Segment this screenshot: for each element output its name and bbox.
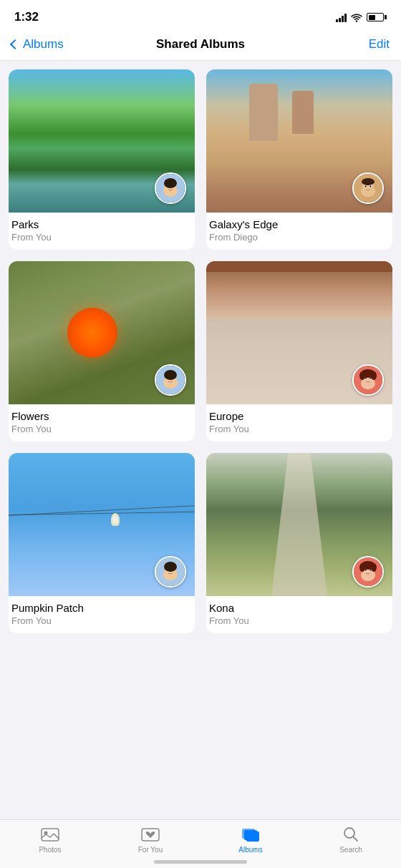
svg-point-7: [164, 178, 177, 188]
albums-icon: [241, 826, 261, 843]
svg-point-10: [361, 185, 375, 197]
album-name-flowers: Flowers: [11, 410, 192, 422]
status-bar: 1:32: [0, 0, 401, 31]
album-thumbnail-galaxy: [206, 69, 392, 213]
svg-point-41: [164, 562, 177, 572]
album-thumbnail-kona: [206, 453, 392, 596]
chevron-left-icon: [10, 39, 20, 49]
svg-point-33: [371, 371, 377, 380]
album-item-parks[interactable]: Parks From You: [9, 69, 195, 250]
album-info-parks: Parks From You: [9, 213, 195, 250]
album-thumbnail-pumpkin: [9, 453, 195, 596]
album-name-europe: Europe: [209, 410, 390, 422]
search-icon: [342, 826, 359, 843]
back-label: Albums: [23, 37, 64, 52]
album-item-flowers[interactable]: Flowers From You: [9, 261, 195, 442]
status-icons: [336, 12, 387, 22]
wifi-icon: [351, 13, 362, 22]
album-owner-parks: From You: [11, 232, 192, 243]
albums-grid: Parks From You: [9, 69, 392, 633]
album-owner-pumpkin: From You: [11, 615, 192, 626]
svg-point-50: [359, 563, 365, 572]
album-owner-galaxy: From Diego: [209, 232, 390, 243]
home-indicator: [154, 860, 247, 864]
album-name-parks: Parks: [11, 218, 192, 230]
album-item-europe[interactable]: Europe From You: [206, 261, 392, 442]
album-thumbnail-europe: [206, 261, 392, 404]
avatar-diego: [354, 174, 382, 203]
albums-container: Parks From You: [0, 61, 401, 633]
album-info-galaxy: Galaxy's Edge From Diego: [206, 213, 392, 250]
svg-line-59: [354, 837, 358, 842]
back-button[interactable]: Albums: [11, 37, 69, 52]
album-item-pumpkin[interactable]: Pumpkin Patch From You: [9, 453, 195, 633]
avatar-badge-flowers: [155, 364, 186, 396]
svg-point-14: [369, 185, 371, 187]
album-thumbnail-flowers: [9, 261, 195, 404]
svg-point-32: [359, 371, 365, 380]
avatar-badge-galaxy: [352, 172, 384, 204]
avatar-self-pumpkin: [156, 557, 185, 586]
avatar-self-parks: [156, 174, 185, 203]
album-item-kona[interactable]: Kona From You: [206, 453, 392, 633]
for-you-icon: [140, 826, 160, 843]
album-name-kona: Kona: [209, 602, 390, 614]
avatar-woman-europe: [354, 366, 382, 394]
svg-rect-52: [42, 829, 59, 841]
edit-button[interactable]: Edit: [332, 37, 390, 52]
avatar-self-flowers: [156, 366, 185, 394]
album-info-flowers: Flowers From You: [9, 404, 195, 442]
photos-icon: [40, 826, 60, 843]
tab-photos-label: Photos: [39, 846, 61, 854]
avatar-woman-kona: [354, 557, 382, 586]
page-title: Shared Albums: [69, 37, 332, 52]
svg-point-51: [371, 563, 377, 572]
avatar-badge-europe: [352, 364, 384, 396]
nav-bar: Albums Shared Albums Edit: [0, 31, 401, 61]
album-thumbnail-parks: [9, 69, 195, 213]
svg-rect-57: [246, 832, 259, 842]
svg-point-15: [362, 178, 375, 185]
album-name-galaxy: Galaxy's Edge: [209, 218, 390, 230]
battery-icon: [367, 13, 387, 21]
status-time: 1:32: [14, 10, 39, 24]
svg-point-13: [364, 185, 366, 187]
tab-search[interactable]: Search: [322, 826, 380, 854]
album-info-kona: Kona From You: [206, 596, 392, 633]
tab-albums[interactable]: Albums: [222, 826, 279, 854]
tab-photos[interactable]: Photos: [21, 826, 79, 854]
avatar-badge-pumpkin: [155, 556, 186, 587]
tab-for-you[interactable]: For You: [122, 826, 179, 854]
album-info-pumpkin: Pumpkin Patch From You: [9, 596, 195, 633]
album-item-galaxy[interactable]: Galaxy's Edge From Diego: [206, 69, 392, 250]
album-owner-flowers: From You: [11, 424, 192, 434]
avatar-badge-kona: [352, 556, 384, 587]
svg-point-23: [164, 370, 177, 380]
album-owner-europe: From You: [209, 424, 390, 434]
signal-icon: [336, 12, 347, 22]
avatar-badge-parks: [155, 172, 186, 204]
tab-albums-label: Albums: [238, 846, 262, 854]
tab-search-label: Search: [339, 846, 362, 854]
album-owner-kona: From You: [209, 615, 390, 626]
tab-for-you-label: For You: [138, 846, 163, 854]
main-content: Parks From You: [0, 61, 401, 698]
album-info-europe: Europe From You: [206, 404, 392, 442]
album-name-pumpkin: Pumpkin Patch: [11, 602, 192, 614]
